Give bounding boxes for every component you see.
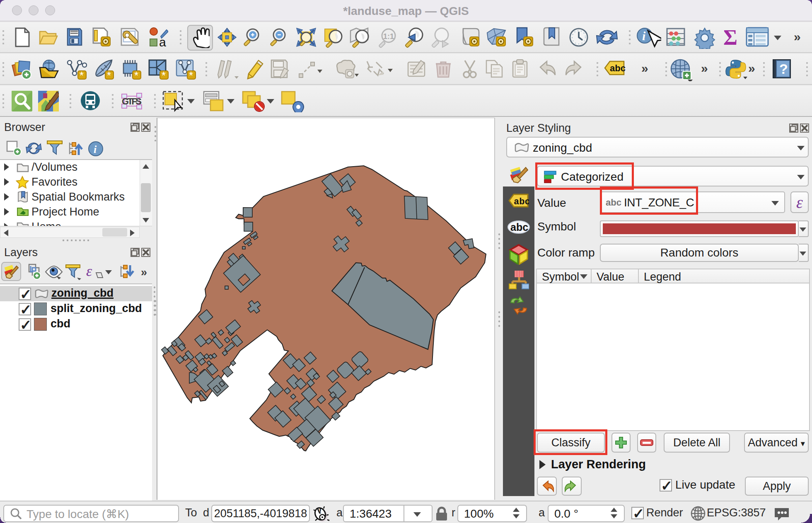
svg-text:!: ! — [319, 506, 321, 515]
svg-text:?: ? — [779, 61, 788, 77]
svg-text:*: * — [189, 69, 193, 80]
svg-text:*: * — [162, 69, 166, 80]
svg-text:ε: ε — [86, 264, 92, 279]
svg-text:abc: abc — [510, 221, 528, 233]
svg-text:abc: abc — [610, 63, 626, 73]
svg-text:Σ: Σ — [723, 27, 737, 48]
svg-text:i: i — [642, 29, 646, 43]
svg-text:*: * — [134, 69, 138, 80]
svg-text:a: a — [159, 35, 166, 47]
svg-text:*: * — [80, 69, 84, 80]
svg-text:abc: abc — [514, 197, 529, 207]
svg-text:1:1: 1:1 — [383, 32, 394, 41]
svg-text:*: * — [107, 69, 111, 80]
svg-text:GTFS: GTFS — [122, 96, 142, 107]
svg-text:i: i — [94, 143, 97, 155]
